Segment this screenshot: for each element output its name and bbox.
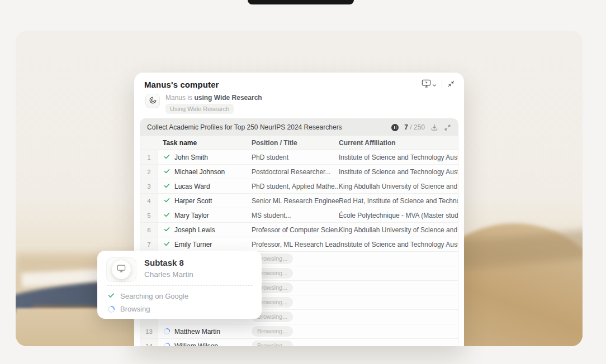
row-number: 7 bbox=[140, 237, 158, 251]
subtask-person: Charles Martin bbox=[144, 270, 193, 279]
table-row[interactable]: 6 Joseph Lewis Professor of Computer Sci… bbox=[140, 223, 458, 237]
position-text: Professor of Computer Scien... bbox=[252, 226, 339, 234]
check-icon bbox=[163, 240, 171, 249]
table-row[interactable]: 3 Lucas Ward PhD student, Applied Mathe.… bbox=[140, 179, 458, 194]
check-icon bbox=[107, 291, 115, 301]
check-icon bbox=[163, 167, 171, 176]
task-name: John Smith bbox=[174, 154, 208, 161]
row-number: 3 bbox=[140, 179, 158, 193]
position-text: PhD student, Applied Mathe... bbox=[252, 183, 339, 190]
status-badge: Browsing... bbox=[252, 326, 293, 336]
task-name: Lucas Ward bbox=[174, 183, 210, 190]
screen: Manus's computer bbox=[0, 0, 606, 364]
row-number: 13 bbox=[140, 324, 158, 338]
expand-button[interactable] bbox=[444, 124, 451, 131]
notch bbox=[248, 0, 354, 4]
task-name: Joseph Lewis bbox=[174, 226, 215, 234]
row-number: 6 bbox=[140, 223, 158, 237]
row-number: 14 bbox=[140, 339, 158, 346]
affiliation-text: King Abdullah University of Science and … bbox=[339, 183, 458, 190]
spinner-icon bbox=[163, 328, 171, 335]
chevron-down-icon bbox=[432, 80, 437, 90]
position-text: Professor, ML Research Lead... bbox=[252, 241, 339, 248]
position-text: PhD student bbox=[252, 154, 288, 161]
spinner-icon bbox=[163, 342, 171, 346]
row-number: 4 bbox=[140, 194, 158, 208]
row-number: 2 bbox=[140, 165, 158, 179]
table-row[interactable]: 2 Michael Johnson Postdoctoral Researche… bbox=[140, 165, 458, 179]
check-icon bbox=[163, 182, 171, 191]
affiliation-text: King Abdullah University of Science and … bbox=[339, 226, 458, 234]
subtask-step: Browsing bbox=[107, 303, 254, 315]
check-icon bbox=[163, 226, 171, 234]
task-name: Michael Johnson bbox=[174, 168, 225, 176]
agent-status-row: Manus is using Wide Research Using Wide … bbox=[145, 94, 262, 114]
check-icon bbox=[163, 211, 171, 220]
collapse-icon bbox=[447, 80, 455, 90]
manus-logo-tile bbox=[145, 94, 160, 108]
table-row[interactable]: 4 Harper Scott Senior ML Research Engine… bbox=[140, 194, 458, 208]
check-icon bbox=[163, 153, 171, 162]
task-name: Emily Turner bbox=[174, 241, 212, 248]
subtask-icon-circle bbox=[112, 260, 131, 279]
subtask-title: Subtask 8 bbox=[144, 258, 184, 267]
download-button[interactable] bbox=[430, 123, 438, 131]
affiliation-text: Institute of Science and Technology Aust… bbox=[339, 241, 458, 248]
row-number: 5 bbox=[140, 208, 158, 222]
table-row[interactable]: 5 Mary Taylor MS student... École Polyte… bbox=[140, 208, 458, 223]
table-row[interactable]: 7 Emily Turner Professor, ML Research Le… bbox=[140, 237, 458, 252]
position-text: MS student... bbox=[252, 212, 291, 219]
spinner-icon bbox=[107, 305, 115, 313]
subtask-card[interactable]: Subtask 8 Charles Martin Searching on Go… bbox=[97, 251, 262, 319]
pause-button[interactable] bbox=[391, 124, 399, 131]
table-header: Task name Position / Title Current Affil… bbox=[140, 136, 458, 150]
column-position: Position / Title bbox=[252, 139, 339, 147]
affiliation-text: École Polytechnique - MVA (Master studen… bbox=[339, 212, 458, 219]
status-badge: Browsing... bbox=[252, 341, 293, 346]
subtask-step-label: Searching on Google bbox=[120, 292, 188, 300]
window-header: Manus's computer bbox=[144, 79, 455, 90]
subtask-step: Searching on Google bbox=[107, 290, 254, 303]
monitor-icon bbox=[422, 79, 431, 90]
subtask-steps: Searching on Google Browsing bbox=[107, 290, 254, 315]
affiliation-text: Institute of Science and Technology Aust… bbox=[339, 154, 458, 161]
row-number: 1 bbox=[140, 150, 158, 164]
affiliation-text: Institute of Science and Technology Aust… bbox=[339, 168, 458, 176]
progress-counter: 7 / 250 bbox=[404, 123, 425, 131]
wide-research-badge: Using Wide Research bbox=[165, 104, 234, 114]
column-affiliation: Current Affiliation bbox=[339, 139, 458, 147]
panel-toolbar: Collect Academic Profiles for Top 250 Ne… bbox=[140, 119, 458, 136]
subtask-icon-tile bbox=[106, 257, 136, 282]
subtask-step-label: Browsing bbox=[120, 305, 150, 313]
window-title: Manus's computer bbox=[144, 80, 219, 89]
affiliation-text: Red Hat, Institute of Science and Techno… bbox=[339, 197, 458, 205]
collapse-window-button[interactable] bbox=[447, 80, 455, 90]
table-row[interactable]: 1 John Smith PhD student Institute of Sc… bbox=[140, 150, 458, 165]
subtask-divider bbox=[107, 285, 253, 286]
manus-logo-icon bbox=[149, 96, 157, 107]
column-task-name: Task name bbox=[158, 139, 252, 147]
agent-status-text: Manus is using Wide Research bbox=[165, 94, 262, 102]
table-row[interactable]: 14 William Wilson Browsing... bbox=[140, 339, 458, 346]
display-select-button[interactable] bbox=[422, 79, 437, 90]
task-name: William Wilson bbox=[174, 342, 218, 347]
table-row[interactable]: 13 Matthew Martin Browsing... bbox=[140, 324, 458, 339]
position-text: Postdoctoral Researcher... bbox=[252, 168, 330, 176]
agent-status-tool: using Wide Research bbox=[194, 94, 262, 102]
task-name: Matthew Martin bbox=[174, 328, 220, 336]
task-collection-title: Collect Academic Profiles for Top 250 Ne… bbox=[147, 123, 342, 131]
check-icon bbox=[163, 197, 171, 205]
monitor-icon bbox=[117, 265, 126, 275]
task-name: Mary Taylor bbox=[174, 212, 209, 219]
position-text: Senior ML Research Engineer... bbox=[252, 197, 339, 205]
task-name: Harper Scott bbox=[174, 197, 212, 205]
header-divider bbox=[442, 81, 442, 89]
